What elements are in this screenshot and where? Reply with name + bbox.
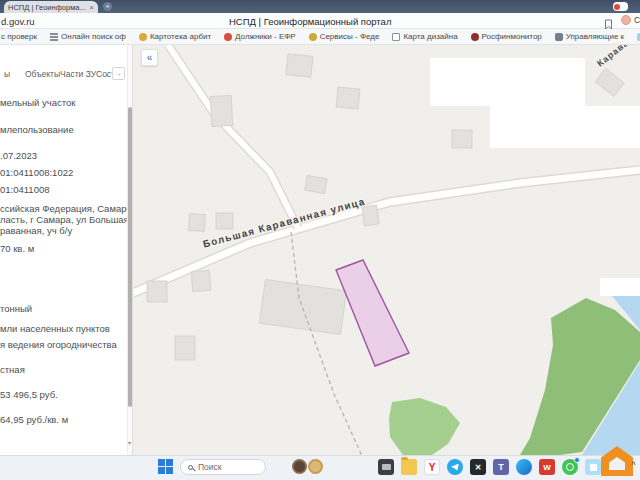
- building: [286, 54, 313, 77]
- panel-tab-parts[interactable]: Части ЗУ: [60, 69, 96, 79]
- browser-tabstrip: НСПД | Геоинформа... × +: [0, 0, 640, 13]
- field-usage: млепользование: [0, 124, 74, 135]
- map-canvas[interactable]: Большая Караванная улица Карава «: [133, 45, 640, 455]
- vegetation-area-light: [389, 398, 460, 455]
- building: [210, 95, 233, 126]
- roundel-icon: [471, 33, 479, 41]
- bookmark-item[interactable]: с проверк: [1, 32, 37, 41]
- phone-ring-icon: [566, 463, 574, 471]
- field-cost-per-unit: 64,95 руб./кв. м: [0, 414, 68, 425]
- unloaded-tile: [600, 278, 640, 296]
- building: [189, 214, 206, 232]
- paper-plane-icon: [451, 464, 459, 471]
- notification-badge: [574, 457, 580, 463]
- record-dot-icon: [614, 4, 620, 10]
- bookmark-label: Онлайн поиск оф: [61, 32, 126, 41]
- app-window-icon[interactable]: [378, 459, 394, 475]
- field-cad-number: 01:0411008:1022: [0, 167, 73, 178]
- building-large: [259, 280, 346, 335]
- profile-chip[interactable]: С: [621, 15, 640, 25]
- tabs-scroll-arrow-icon[interactable]: →: [112, 67, 125, 80]
- bookmark-label: Должники - ЕФР: [235, 32, 296, 41]
- bookmark-item[interactable]: Онлайн поиск оф: [50, 32, 126, 41]
- yandex-browser-icon[interactable]: Y: [424, 459, 440, 475]
- selected-parcel[interactable]: [336, 260, 409, 366]
- whatsapp-icon[interactable]: [562, 459, 578, 475]
- building: [362, 205, 379, 226]
- building-icon: [555, 33, 563, 41]
- address-bar[interactable]: d.gov.ru НСПД | Геоинформационный портал…: [0, 13, 640, 29]
- bookmark-item[interactable]: Картотека арбит: [139, 32, 211, 41]
- browser-tab[interactable]: НСПД | Геоинформа... ×: [4, 1, 98, 13]
- building: [305, 175, 327, 193]
- document-icon: [392, 33, 400, 41]
- house-logo-icon[interactable]: [601, 446, 633, 476]
- bookmarks-bar: с проверк Онлайн поиск оф Картотека арби…: [0, 29, 640, 45]
- collapse-panel-button[interactable]: «: [141, 49, 158, 66]
- street-label-corner: Карава: [595, 45, 631, 69]
- teams-icon[interactable]: T: [493, 459, 509, 475]
- tab-title: НСПД | Геоинформа...: [8, 3, 87, 12]
- list-icon: [50, 33, 58, 41]
- window-control-pill[interactable]: [613, 2, 628, 11]
- bookmark-label: Управляющие к: [566, 32, 624, 41]
- bookmark-label: Сервисы - Феде: [320, 32, 380, 41]
- search-icon: [188, 465, 193, 470]
- emblem-icon: [309, 33, 317, 41]
- widgets-icon[interactable]: [292, 459, 307, 474]
- bookmark-label: Росфинмонитор: [482, 32, 542, 41]
- search-input[interactable]: Поиск: [180, 459, 266, 475]
- building: [452, 130, 472, 148]
- x-app-icon[interactable]: ✕: [470, 459, 486, 475]
- panel-tab[interactable]: ы: [4, 69, 10, 79]
- field-cad-quarter: 01:0411008: [0, 184, 50, 195]
- bookmark-item[interactable]: Росфинмонитор: [471, 32, 542, 41]
- field-address-1: ссийская Федерация, Самарская: [0, 203, 133, 214]
- panel-tabs: ы Объекты Части ЗУ Соста →: [0, 67, 133, 81]
- field-address-3: раванная, уч б/у: [0, 225, 72, 236]
- building: [216, 213, 233, 229]
- new-tab-button[interactable]: +: [103, 2, 112, 11]
- bookmark-item[interactable]: Управляющие к: [555, 32, 624, 41]
- unloaded-tile: [490, 106, 640, 148]
- screen: НСПД | Геоинформа... × + d.gov.ru НСПД |…: [0, 0, 640, 480]
- building: [595, 68, 624, 96]
- emblem-icon: [139, 33, 147, 41]
- start-icon[interactable]: [158, 459, 174, 475]
- avatar: [621, 15, 631, 25]
- building: [191, 270, 211, 291]
- telegram-icon[interactable]: [447, 459, 463, 475]
- edge-icon[interactable]: [516, 459, 532, 475]
- bookmark-label: Картотека арбит: [150, 32, 211, 41]
- app-window-screen: [382, 464, 391, 470]
- scroll-down-arrow-icon[interactable]: ▾: [126, 439, 133, 446]
- field-area: 70 кв. м: [0, 243, 34, 254]
- panel-tab-objects[interactable]: Объекты: [25, 69, 60, 79]
- field-object-type: мельный участок: [0, 97, 75, 108]
- widgets-icon[interactable]: [308, 459, 323, 474]
- building: [147, 281, 167, 302]
- word-icon[interactable]: W: [539, 459, 555, 475]
- map-graphics: Большая Караванная улица Карава: [133, 45, 640, 455]
- file-explorer-icon[interactable]: [401, 459, 417, 475]
- tray-chevron-icon[interactable]: ^: [631, 460, 636, 469]
- url-text[interactable]: d.gov.ru: [1, 16, 35, 27]
- mail-app-icon[interactable]: [585, 459, 601, 475]
- bookmark-item[interactable]: Должники - ЕФР: [224, 32, 296, 41]
- field-date: .07.2023: [0, 150, 37, 161]
- flame-icon: [224, 33, 232, 41]
- field-ownership: стная: [0, 364, 25, 375]
- page-title: НСПД | Геоинформационный портал: [229, 16, 391, 27]
- bookmark-label: Карта дизайна: [403, 32, 457, 41]
- mail-glyph: [590, 464, 597, 471]
- field-land-category: мли населенных пунктов: [0, 323, 110, 334]
- tab-close-icon[interactable]: ×: [89, 3, 94, 12]
- bookmark-item[interactable]: Карта дизайна: [392, 32, 457, 41]
- profile-label: С: [634, 15, 640, 25]
- object-info-panel: ы Объекты Части ЗУ Соста → мельный участ…: [0, 45, 133, 455]
- bookmark-item[interactable]: Сервисы - Феде: [309, 32, 380, 41]
- building: [336, 87, 360, 109]
- panel-scrollbar-thumb[interactable]: [128, 107, 132, 407]
- field-status: тонный: [0, 303, 32, 314]
- building: [175, 336, 195, 360]
